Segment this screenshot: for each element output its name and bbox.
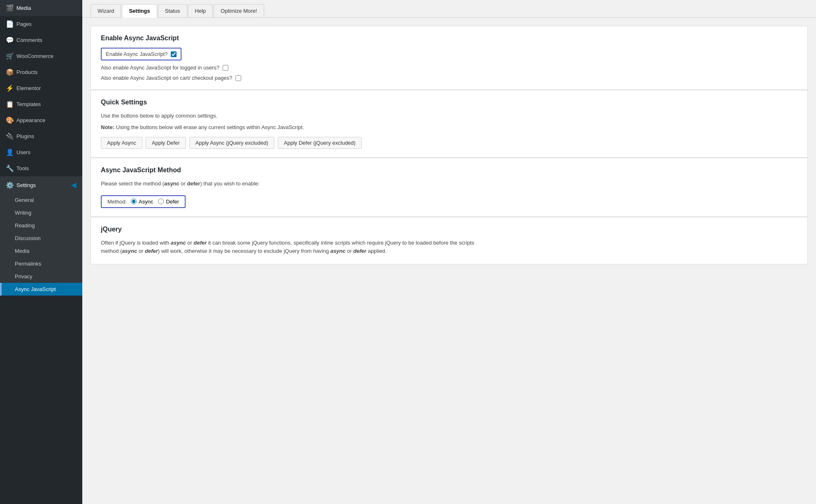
submenu-label: General	[15, 197, 34, 203]
tab-label: Wizard	[98, 8, 114, 14]
note-text: Using the buttons below will erase any c…	[114, 124, 304, 130]
apply-defer-jquery-button[interactable]: Apply Defer (jQuery excluded)	[278, 137, 362, 149]
note-prefix: Note:	[101, 124, 114, 130]
tab-label: Optimize More!	[221, 8, 257, 14]
submenu-item-general[interactable]: General	[0, 194, 82, 206]
main-content: Wizard Settings Status Help Optimize Mor…	[82, 0, 816, 504]
submenu-label: Discussion	[15, 235, 41, 241]
method-radio-group-highlighted: Method: Async Defer	[101, 195, 186, 208]
quick-settings-buttons: Apply Async Apply Defer Apply Async (jQu…	[101, 137, 797, 149]
tab-label: Status	[165, 8, 180, 14]
checkbox-enable-async-input[interactable]	[171, 51, 177, 57]
radio-group: Async Defer	[131, 199, 179, 205]
submenu-item-media[interactable]: Media	[0, 245, 82, 257]
submenu-item-permalinks[interactable]: Permalinks	[0, 257, 82, 270]
sidebar-item-label: Templates	[16, 101, 41, 107]
checkbox-logged-in-input[interactable]	[223, 65, 228, 71]
sidebar-item-label: Elementor	[16, 85, 41, 91]
sidebar-item-comments[interactable]: 💬 Comments	[0, 32, 82, 48]
sidebar-item-elementor[interactable]: ⚡ Elementor	[0, 80, 82, 96]
radio-defer-option[interactable]: Defer	[158, 199, 179, 205]
sidebar-item-label: Appearance	[16, 117, 45, 123]
checkbox-logged-in-row: Also enable Async JavaScript for logged …	[101, 65, 797, 71]
settings-submenu: General Writing Reading Discussion Media…	[0, 194, 82, 296]
sidebar-item-media[interactable]: 🎬 Media	[0, 0, 82, 16]
sidebar-item-label: Settings	[16, 182, 36, 188]
users-icon: 👤	[6, 148, 13, 156]
submenu-item-reading[interactable]: Reading	[0, 219, 82, 232]
sidebar-item-label: Media	[16, 5, 31, 11]
apply-defer-label: Apply Defer	[152, 140, 180, 146]
tab-help[interactable]: Help	[188, 4, 213, 17]
section-title-quick-settings: Quick Settings	[101, 99, 797, 106]
checkbox-cart-label[interactable]: Also enable Async JavaScript on cart/ ch…	[101, 75, 241, 81]
section-title-jquery: jQuery	[101, 226, 797, 233]
checkbox3-text: Also enable Async JavaScript on cart/ ch…	[101, 75, 232, 81]
tab-bar: Wizard Settings Status Help Optimize Mor…	[82, 0, 816, 18]
apply-async-label: Apply Async	[107, 140, 136, 146]
sidebar-item-plugins[interactable]: 🔌 Plugins	[0, 128, 82, 144]
radio-async-input[interactable]	[131, 199, 137, 204]
apply-defer-jquery-label: Apply Defer (jQuery excluded)	[284, 140, 356, 146]
jquery-text1: Often if jQuery is loaded with async or …	[101, 239, 797, 247]
section-async-js-method: Async JavaScript Method Please select th…	[91, 158, 808, 217]
submenu-label: Writing	[15, 210, 31, 216]
sidebar-item-settings[interactable]: ⚙️ Settings ◀	[0, 176, 82, 194]
appearance-icon: 🎨	[6, 116, 13, 124]
section-title-async-js-method: Async JavaScript Method	[101, 166, 797, 174]
quick-settings-text: Use the buttons below to apply common se…	[101, 112, 797, 120]
sidebar-item-pages[interactable]: 📄 Pages	[0, 16, 82, 32]
pages-icon: 📄	[6, 20, 13, 28]
checkbox-cart-input[interactable]	[235, 75, 241, 81]
sidebar-item-templates[interactable]: 📋 Templates	[0, 96, 82, 112]
sidebar-item-label: Comments	[16, 37, 42, 43]
settings-arrow-icon: ◀	[71, 180, 77, 190]
tools-icon: 🔧	[6, 164, 13, 172]
products-icon: 📦	[6, 68, 13, 76]
woocommerce-icon: 🛒	[6, 52, 13, 60]
sidebar-item-products[interactable]: 📦 Products	[0, 64, 82, 80]
apply-defer-button[interactable]: Apply Defer	[146, 137, 186, 149]
apply-async-button[interactable]: Apply Async	[101, 137, 142, 149]
sidebar-item-label: Plugins	[16, 133, 34, 139]
method-label: Method:	[107, 199, 127, 205]
submenu-item-async-javascript[interactable]: Async JavaScript	[0, 283, 82, 296]
radio-defer-label: Defer	[166, 199, 179, 205]
sidebar-item-tools[interactable]: 🔧 Tools	[0, 160, 82, 176]
section-jquery: jQuery Often if jQuery is loaded with as…	[91, 217, 808, 265]
submenu-label: Media	[15, 248, 29, 254]
plugins-icon: 🔌	[6, 132, 13, 140]
apply-async-jquery-button[interactable]: Apply Async (jQuery excluded)	[189, 137, 274, 149]
checkbox-enable-async-label[interactable]: Enable Async JavaScript?	[106, 51, 177, 57]
quick-settings-note: Note: Using the buttons below will erase…	[101, 123, 797, 132]
sidebar: 🎬 Media 📄 Pages 💬 Comments 🛒 WooCommerce…	[0, 0, 82, 504]
tab-wizard[interactable]: Wizard	[91, 4, 121, 17]
radio-async-label: Async	[139, 199, 153, 205]
tab-status[interactable]: Status	[158, 4, 187, 17]
submenu-label: Privacy	[15, 273, 33, 280]
templates-icon: 📋	[6, 100, 13, 108]
sidebar-item-label: Users	[16, 149, 30, 155]
sidebar-item-woocommerce[interactable]: 🛒 WooCommerce	[0, 48, 82, 64]
submenu-item-writing[interactable]: Writing	[0, 206, 82, 219]
checkbox2-text: Also enable Async JavaScript for logged …	[101, 65, 219, 71]
submenu-label: Reading	[15, 222, 35, 229]
apply-async-jquery-label: Apply Async (jQuery excluded)	[195, 140, 268, 146]
sidebar-item-label: WooCommerce	[16, 53, 53, 59]
comments-icon: 💬	[6, 36, 13, 44]
sidebar-item-appearance[interactable]: 🎨 Appearance	[0, 112, 82, 128]
radio-async-option[interactable]: Async	[131, 199, 153, 205]
submenu-label: Async JavaScript	[15, 286, 56, 292]
submenu-item-discussion[interactable]: Discussion	[0, 232, 82, 245]
checkbox-logged-in-label[interactable]: Also enable Async JavaScript for logged …	[101, 65, 228, 71]
tab-optimize-more[interactable]: Optimize More!	[214, 4, 264, 17]
checkbox-cart-row: Also enable Async JavaScript on cart/ ch…	[101, 75, 797, 81]
settings-content: Enable Async JavaScript Enable Async Jav…	[82, 18, 816, 273]
sidebar-item-users[interactable]: 👤 Users	[0, 144, 82, 160]
tab-label: Settings	[129, 8, 150, 14]
sidebar-item-label: Pages	[16, 21, 32, 27]
tab-settings[interactable]: Settings	[122, 4, 157, 18]
submenu-item-privacy[interactable]: Privacy	[0, 270, 82, 283]
checkbox1-text: Enable Async JavaScript?	[106, 51, 167, 57]
radio-defer-input[interactable]	[158, 199, 164, 204]
